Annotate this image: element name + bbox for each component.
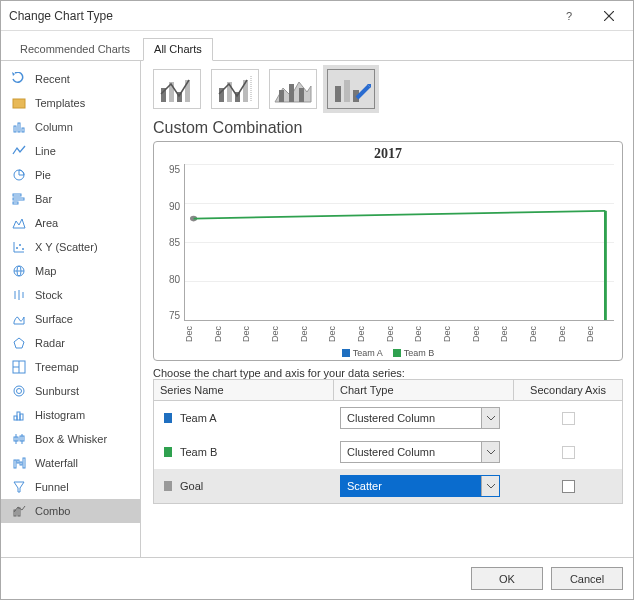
close-button[interactable] — [589, 2, 629, 30]
tab-all-charts[interactable]: All Charts — [143, 38, 213, 61]
map-icon — [11, 263, 27, 279]
sidebar-item-histogram[interactable]: Histogram — [1, 403, 140, 427]
sunburst-icon — [11, 383, 27, 399]
sidebar-item-area[interactable]: Area — [1, 211, 140, 235]
svg-point-28 — [17, 389, 22, 394]
xtick: Dec — [442, 321, 471, 347]
svg-rect-10 — [13, 202, 18, 204]
series-row[interactable]: Goal Scatter — [154, 469, 622, 503]
section-title: Custom Combination — [153, 119, 623, 137]
sidebar-item-label: Stock — [35, 289, 63, 301]
ytick: 80 — [162, 274, 180, 285]
xtick: Dec — [499, 321, 528, 347]
col-chart-type: Chart Type — [334, 380, 514, 400]
sidebar-item-radar[interactable]: Radar — [1, 331, 140, 355]
secondary-axis-checkbox[interactable] — [562, 446, 575, 459]
line-icon — [11, 143, 27, 159]
chart-type-dropdown[interactable]: Clustered Column — [340, 407, 500, 429]
svg-rect-36 — [14, 460, 16, 468]
sidebar-item-recent[interactable]: Recent — [1, 67, 140, 91]
xtick: Dec — [213, 321, 242, 347]
chart-title: 2017 — [162, 146, 614, 162]
scatter-icon — [11, 239, 27, 255]
xtick: Dec — [385, 321, 414, 347]
secondary-axis-checkbox[interactable] — [562, 412, 575, 425]
sidebar-item-label: Radar — [35, 337, 65, 349]
chart-type-dropdown[interactable]: Clustered Column — [340, 441, 500, 463]
sidebar-item-label: Templates — [35, 97, 85, 109]
secondary-axis-checkbox[interactable] — [562, 480, 575, 493]
svg-rect-57 — [344, 80, 350, 102]
main-panel: Custom Combination 2017 95 90 85 80 75 — [141, 61, 633, 557]
svg-marker-23 — [14, 338, 24, 348]
sidebar-item-boxwhisker[interactable]: Box & Whisker — [1, 427, 140, 451]
sidebar-item-label: Surface — [35, 313, 73, 325]
series-row[interactable]: Team A Clustered Column — [154, 401, 622, 435]
svg-rect-9 — [13, 198, 24, 200]
y-axis: 95 90 85 80 75 — [162, 164, 184, 321]
svg-rect-42 — [18, 508, 20, 516]
sidebar-item-waterfall[interactable]: Waterfall — [1, 451, 140, 475]
sidebar-item-line[interactable]: Line — [1, 139, 140, 163]
combo-subtype-1[interactable] — [153, 69, 201, 109]
xtick: Dec — [557, 321, 586, 347]
plotarea — [184, 164, 614, 321]
sidebar-item-label: Line — [35, 145, 56, 157]
window-title: Change Chart Type — [9, 9, 549, 23]
sidebar-item-combo[interactable]: Combo — [1, 499, 140, 523]
help-button[interactable]: ? — [549, 2, 589, 30]
combo-icon — [11, 503, 27, 519]
histogram-icon — [11, 407, 27, 423]
sidebar-item-column[interactable]: Column — [1, 115, 140, 139]
chart-category-sidebar: Recent Templates Column Line Pie Bar Are… — [1, 61, 141, 557]
chevron-down-icon — [481, 408, 499, 428]
series-row[interactable]: Team B Clustered Column — [154, 435, 622, 469]
chart-type-dropdown[interactable]: Scatter — [340, 475, 500, 497]
sidebar-item-label: Treemap — [35, 361, 79, 373]
sidebar-item-surface[interactable]: Surface — [1, 307, 140, 331]
sidebar-item-scatter[interactable]: X Y (Scatter) — [1, 235, 140, 259]
stock-icon — [11, 287, 27, 303]
dialog-body: Recent Templates Column Line Pie Bar Are… — [1, 61, 633, 557]
cancel-button[interactable]: Cancel — [551, 567, 623, 590]
svg-rect-56 — [335, 86, 341, 102]
surface-icon — [11, 311, 27, 327]
xtick: Dec — [184, 321, 213, 347]
sidebar-item-pie[interactable]: Pie — [1, 163, 140, 187]
sidebar-item-stock[interactable]: Stock — [1, 283, 140, 307]
sidebar-item-label: Box & Whisker — [35, 433, 107, 445]
sidebar-item-label: Waterfall — [35, 457, 78, 469]
xtick: Dec — [241, 321, 270, 347]
sidebar-item-templates[interactable]: Templates — [1, 91, 140, 115]
sidebar-item-label: Funnel — [35, 481, 69, 493]
svg-point-14 — [16, 247, 18, 249]
xtick: Dec — [413, 321, 442, 347]
xtick: Dec — [299, 321, 328, 347]
combo-subtype-2[interactable] — [211, 69, 259, 109]
svg-rect-53 — [279, 90, 284, 102]
series-name: Team B — [180, 446, 217, 458]
sidebar-item-label: Area — [35, 217, 58, 229]
svg-point-16 — [22, 248, 24, 250]
column-icon — [11, 119, 27, 135]
sidebar-item-map[interactable]: Map — [1, 259, 140, 283]
legend-item-b: Team B — [393, 348, 435, 358]
sidebar-item-sunburst[interactable]: Sunburst — [1, 379, 140, 403]
waterfall-icon — [11, 455, 27, 471]
sidebar-item-treemap[interactable]: Treemap — [1, 355, 140, 379]
tab-recommended[interactable]: Recommended Charts — [9, 38, 141, 61]
sidebar-item-funnel[interactable]: Funnel — [1, 475, 140, 499]
col-series-name: Series Name — [154, 380, 334, 400]
ok-button[interactable]: OK — [471, 567, 543, 590]
radar-icon — [11, 335, 27, 351]
svg-rect-8 — [13, 194, 21, 196]
treemap-icon — [11, 359, 27, 375]
ytick: 90 — [162, 201, 180, 212]
chevron-down-icon — [481, 476, 499, 496]
xtick: Dec — [528, 321, 557, 347]
series-grid: Team A Clustered Column Team B Clustered… — [153, 400, 623, 504]
combo-subtype-custom[interactable] — [327, 69, 375, 109]
combo-subtype-3[interactable] — [269, 69, 317, 109]
sidebar-item-bar[interactable]: Bar — [1, 187, 140, 211]
svg-point-27 — [14, 386, 24, 396]
